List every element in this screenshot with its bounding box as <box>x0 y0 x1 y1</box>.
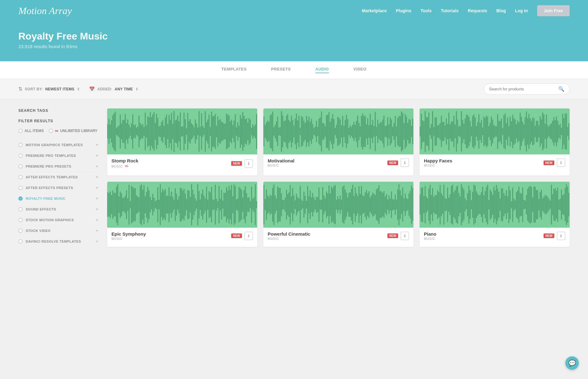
all-items-radio[interactable]: ALL ITEMS <box>18 129 44 133</box>
logo[interactable]: Motion Array <box>18 5 72 17</box>
svg-rect-506 <box>296 194 297 215</box>
svg-rect-340 <box>545 123 546 139</box>
search-icon: 🔍 <box>558 86 564 92</box>
svg-rect-563 <box>367 193 368 216</box>
product-title: Epic Symphony <box>111 231 146 237</box>
svg-rect-499 <box>287 194 288 215</box>
join-free-button[interactable]: Join Free <box>537 5 570 16</box>
svg-rect-450 <box>220 199 221 210</box>
filter-davinci-resolve-templates[interactable]: DAVINCI RESOLVE TEMPLATES ▾ <box>18 236 98 247</box>
svg-rect-565 <box>370 197 371 212</box>
nav-requests[interactable]: Requests <box>468 8 487 13</box>
download-button[interactable]: ⬇ <box>401 232 409 240</box>
svg-rect-677 <box>516 192 517 217</box>
tab-templates[interactable]: TEMPLATES <box>221 67 247 73</box>
svg-rect-175 <box>332 114 333 149</box>
nav-marketplace[interactable]: Marketplace <box>362 8 387 13</box>
svg-rect-302 <box>497 114 498 149</box>
svg-rect-77 <box>204 128 205 135</box>
filter-stock-motion-graphics[interactable]: STOCK MOTION GRAPHICS ▾ <box>18 215 98 226</box>
svg-rect-164 <box>318 119 319 144</box>
filter-motion-graphics-templates[interactable]: MOTION GRAPHICS TEMPLATES ▾ <box>18 140 98 150</box>
filter-sound-effects[interactable]: SOUND EFFECTS ▾ <box>18 204 98 215</box>
svg-rect-154 <box>306 116 307 147</box>
product-card[interactable]: Powerful CinematicMUSICNEW⬇ <box>263 182 413 247</box>
tab-video[interactable]: VIDEO <box>353 67 367 73</box>
svg-rect-510 <box>301 199 302 210</box>
svg-rect-712 <box>560 199 561 210</box>
nav-blog[interactable]: Blog <box>496 8 506 13</box>
nav-login[interactable]: Log In <box>515 8 528 13</box>
product-card[interactable]: PianoMUSICNEW⬇ <box>420 182 570 247</box>
added-control[interactable]: 📅 ADDED: ANY TIME ⇕ <box>89 86 138 92</box>
svg-rect-53 <box>174 111 175 152</box>
svg-rect-299 <box>493 125 494 138</box>
svg-rect-236 <box>409 119 409 144</box>
search-box[interactable]: 🔍 <box>484 83 570 95</box>
svg-rect-188 <box>349 128 349 135</box>
svg-rect-539 <box>337 196 338 213</box>
card-title-section: Powerful CinematicMUSIC <box>268 231 310 241</box>
tab-presets[interactable]: PRESETS <box>271 67 291 73</box>
svg-rect-193 <box>355 125 356 138</box>
svg-rect-575 <box>382 193 383 216</box>
svg-rect-588 <box>398 184 399 225</box>
download-button[interactable]: ⬇ <box>557 158 565 167</box>
svg-rect-189 <box>350 125 351 138</box>
svg-rect-294 <box>487 117 488 146</box>
svg-rect-480 <box>263 184 264 225</box>
filter-item-left: PREMIERE PRO TEMPLATES <box>18 153 76 158</box>
product-card[interactable]: Epic SymphonyMUSICNEW⬇ <box>107 182 257 247</box>
filter-after-effects-presets[interactable]: AFTER EFFECTS PRESETS ▾ <box>18 183 98 193</box>
header: Motion Array Marketplace Plugins Tools T… <box>0 0 588 21</box>
filter-chevron-icon: ▾ <box>96 207 98 211</box>
svg-rect-554 <box>356 193 357 216</box>
product-card[interactable]: MotivationalMUSICNEW⬇ <box>263 108 413 176</box>
svg-rect-582 <box>391 191 392 218</box>
svg-rect-242 <box>422 120 423 143</box>
product-type: MUSIC <box>424 237 435 241</box>
product-card[interactable]: Stomp RockMUSIC∞NEW⬇ <box>107 108 257 176</box>
product-card[interactable]: Happy FacesMUSICNEW⬇ <box>420 108 570 176</box>
filter-after-effects-templates[interactable]: AFTER EFFECTS TEMPLATES ▾ <box>18 172 98 183</box>
svg-rect-419 <box>181 188 182 221</box>
svg-rect-637 <box>466 200 467 209</box>
svg-rect-133 <box>280 127 281 136</box>
svg-rect-311 <box>508 126 509 137</box>
download-button[interactable]: ⬇ <box>401 158 409 167</box>
svg-rect-399 <box>156 200 157 209</box>
unlimited-library-radio[interactable]: ∞ UNLIMITED LIBRARY <box>49 128 97 134</box>
sort-value: NEWEST ITEMS <box>45 87 74 91</box>
nav-tutorials[interactable]: Tutorials <box>441 8 459 13</box>
svg-rect-226 <box>396 127 397 136</box>
nav-plugins[interactable]: Plugins <box>396 8 412 13</box>
download-button[interactable]: ⬇ <box>244 159 253 168</box>
svg-rect-48 <box>167 124 168 139</box>
sort-control[interactable]: ⇅ SORT BY: NEWEST ITEMS ⇕ <box>18 86 80 92</box>
filter-premiere-pro-templates[interactable]: PREMIERE PRO TEMPLATES ▾ <box>18 150 98 161</box>
tab-audio[interactable]: AUDIO <box>315 67 329 73</box>
svg-rect-671 <box>508 186 509 223</box>
svg-rect-129 <box>275 125 276 138</box>
svg-rect-638 <box>467 193 468 216</box>
filter-item-left: SOUND EFFECTS <box>18 207 56 211</box>
nav-tools[interactable]: Tools <box>420 8 432 13</box>
filter-checkbox-checked: ✓ <box>18 196 23 201</box>
filter-premiere-pro-presets[interactable]: PREMIERE PRO PRESETS ▾ <box>18 161 98 172</box>
filter-stock-video[interactable]: STOCK VIDEO ▾ <box>18 226 98 236</box>
download-button[interactable]: ⬇ <box>244 232 253 240</box>
svg-rect-578 <box>386 194 387 215</box>
svg-rect-90 <box>220 119 221 144</box>
search-input[interactable] <box>489 87 558 91</box>
svg-rect-613 <box>436 195 437 214</box>
filter-royalty-free-music[interactable]: ✓ ROYALTY FREE MUSIC ▾ <box>18 193 98 204</box>
svg-rect-403 <box>161 192 162 217</box>
svg-rect-298 <box>492 119 493 143</box>
svg-rect-406 <box>165 189 166 220</box>
svg-rect-446 <box>215 184 216 224</box>
svg-rect-143 <box>292 120 293 143</box>
svg-rect-249 <box>431 124 432 139</box>
download-button[interactable]: ⬇ <box>557 232 565 240</box>
svg-rect-106 <box>240 115 241 148</box>
product-title: Motivational <box>268 158 295 163</box>
